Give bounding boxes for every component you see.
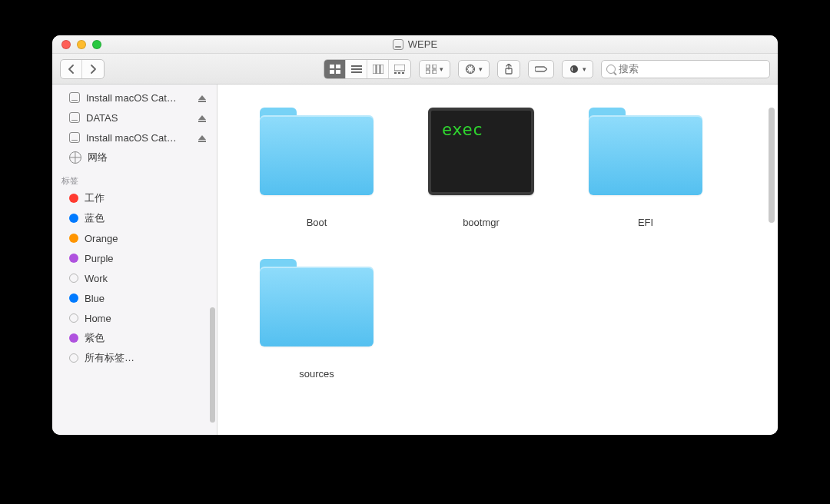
svg-rect-16 bbox=[426, 70, 430, 74]
tag-dot-icon bbox=[69, 194, 78, 203]
minimize-button[interactable] bbox=[77, 40, 86, 49]
close-button[interactable] bbox=[61, 40, 71, 49]
sidebar-scrollbar[interactable] bbox=[210, 307, 215, 423]
folder-icon bbox=[260, 108, 374, 195]
exec-icon: exec bbox=[428, 108, 534, 195]
search-icon bbox=[606, 65, 616, 74]
sidebar-tag-item[interactable]: Purple bbox=[52, 248, 217, 268]
sidebar-tag-item[interactable]: Home bbox=[52, 308, 217, 328]
svg-rect-2 bbox=[330, 70, 334, 74]
eject-icon[interactable] bbox=[198, 135, 206, 140]
drive-icon bbox=[393, 39, 403, 50]
drive-icon bbox=[69, 92, 80, 103]
sidebar-item-label: 工作 bbox=[85, 191, 105, 205]
file-item-folder[interactable]: Boot bbox=[236, 108, 397, 228]
file-item-folder[interactable]: sources bbox=[236, 259, 397, 380]
svg-rect-17 bbox=[433, 70, 437, 74]
sidebar-tag-item[interactable]: Blue bbox=[52, 288, 217, 308]
sidebar-item-label: Purple bbox=[85, 253, 114, 264]
tag-dot-icon bbox=[69, 254, 78, 263]
nav-back-forward bbox=[60, 59, 105, 79]
sidebar-item-label: 所有标签… bbox=[85, 351, 134, 365]
sidebar-item-label: 网络 bbox=[88, 151, 108, 164]
file-name: EFI bbox=[638, 217, 653, 228]
folder-icon bbox=[589, 108, 702, 195]
tag-dot-icon bbox=[69, 214, 78, 223]
sidebar-item-label: DATAS bbox=[86, 112, 118, 124]
folder-icon bbox=[260, 259, 374, 346]
view-icon-button[interactable] bbox=[324, 60, 346, 78]
view-list-button[interactable] bbox=[346, 60, 367, 78]
tag-dot-icon bbox=[69, 313, 78, 323]
file-name: sources bbox=[299, 368, 334, 380]
sidebar-tag-item[interactable]: Orange bbox=[52, 228, 217, 248]
svg-rect-1 bbox=[336, 65, 340, 68]
sidebar-tag-all[interactable]: 所有标签… bbox=[52, 348, 217, 368]
sidebar-device-item[interactable]: Install macOS Catalina bbox=[52, 128, 217, 148]
traffic-lights bbox=[61, 40, 101, 49]
tag-dot-icon bbox=[69, 234, 78, 243]
file-name: bootmgr bbox=[463, 217, 500, 228]
svg-rect-6 bbox=[351, 71, 362, 73]
tag-dot-icon bbox=[69, 274, 78, 283]
finder-window: WEPE bbox=[52, 35, 778, 435]
sidebar-tag-item[interactable]: 工作 bbox=[52, 188, 217, 208]
view-mode-segment bbox=[324, 59, 411, 79]
sidebar-tag-item[interactable]: 紫色 bbox=[52, 328, 217, 348]
svg-rect-14 bbox=[426, 65, 430, 68]
svg-rect-10 bbox=[394, 65, 405, 71]
toolbar: ▾ ▾ ▾ bbox=[52, 54, 778, 85]
view-gallery-button[interactable] bbox=[389, 60, 410, 78]
drive-icon bbox=[69, 112, 80, 123]
chevron-down-icon: ▾ bbox=[440, 65, 443, 73]
svg-rect-4 bbox=[351, 65, 362, 67]
search-input[interactable] bbox=[619, 63, 765, 75]
svg-rect-9 bbox=[380, 65, 383, 74]
svg-point-20 bbox=[570, 65, 578, 73]
back-button[interactable] bbox=[61, 60, 82, 78]
svg-rect-12 bbox=[398, 72, 400, 74]
sidebar-tag-item[interactable]: Work bbox=[52, 268, 217, 288]
svg-rect-7 bbox=[373, 65, 376, 74]
search-field[interactable] bbox=[601, 60, 770, 78]
eject-icon[interactable] bbox=[198, 95, 206, 100]
svg-rect-5 bbox=[351, 68, 362, 70]
sidebar-item-label: 紫色 bbox=[85, 331, 105, 345]
file-item-exec[interactable]: exec bootmgr bbox=[400, 108, 562, 228]
action-menu-button[interactable]: ▾ bbox=[458, 60, 490, 78]
tag-dot-icon bbox=[69, 353, 78, 363]
file-grid[interactable]: Boot exec bootmgr EFI sources bbox=[217, 85, 778, 435]
forward-button[interactable] bbox=[82, 60, 104, 78]
title-text: WEPE bbox=[408, 38, 437, 50]
sidebar-item-label: 蓝色 bbox=[85, 211, 105, 225]
sidebar-item-label: Blue bbox=[85, 293, 105, 304]
eject-icon[interactable] bbox=[198, 115, 206, 120]
sidebar-network-item[interactable]: 网络 bbox=[52, 148, 217, 167]
content-scrollbar[interactable] bbox=[769, 108, 775, 223]
sidebar-item-label: Install macOS Catalina bbox=[86, 92, 177, 104]
sidebar: Install macOS Catalina DATAS Install mac… bbox=[52, 85, 217, 435]
sidebar-item-label: Home bbox=[85, 313, 111, 324]
titlebar: WEPE bbox=[52, 35, 778, 54]
sidebar-tag-item[interactable]: 蓝色 bbox=[52, 208, 217, 228]
globe-icon bbox=[69, 151, 81, 164]
view-column-button[interactable] bbox=[367, 60, 389, 78]
zoom-button[interactable] bbox=[92, 40, 101, 49]
svg-rect-3 bbox=[336, 70, 340, 74]
sidebar-device-item[interactable]: DATAS bbox=[52, 108, 217, 128]
svg-rect-15 bbox=[433, 65, 437, 68]
file-name: Boot bbox=[307, 217, 327, 228]
sidebar-device-item[interactable]: Install macOS Catalina bbox=[52, 88, 217, 108]
svg-rect-11 bbox=[394, 72, 397, 74]
tags-button[interactable] bbox=[528, 60, 554, 78]
window-body: Install macOS Catalina DATAS Install mac… bbox=[52, 85, 778, 435]
chevron-down-icon: ▾ bbox=[479, 65, 483, 73]
share-button[interactable] bbox=[497, 60, 520, 78]
sidebar-item-label: Orange bbox=[85, 233, 118, 244]
privacy-button[interactable]: ▾ bbox=[562, 60, 593, 78]
tag-dot-icon bbox=[69, 333, 78, 343]
group-by-button[interactable]: ▾ bbox=[419, 60, 450, 78]
file-item-folder[interactable]: EFI bbox=[565, 108, 726, 228]
svg-rect-8 bbox=[377, 65, 380, 74]
sidebar-tags-header: 标签 bbox=[52, 167, 217, 188]
